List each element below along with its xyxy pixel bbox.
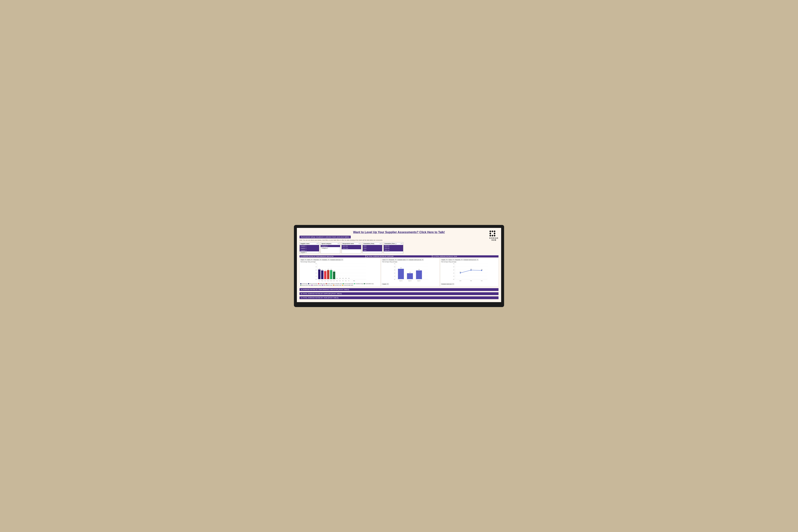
legend-fin-dot xyxy=(342,285,343,286)
pivot-header-b: B) TOTAL AVERAGE RATING BY SUPPLIER [PIV… xyxy=(300,292,498,295)
svg-text:0,0: 0,0 xyxy=(342,278,343,279)
slicer-eval-year-item-3[interactable]: 2021 xyxy=(363,249,382,251)
chart-a-filter-5[interactable]: Evaluation submit year...▼ xyxy=(330,259,343,261)
logo-dot-6 xyxy=(490,235,491,236)
svg-text:Supplier 3: Supplier 3 xyxy=(417,280,421,281)
svg-text:4,0: 4,0 xyxy=(394,266,395,267)
monitor-frame: KODIAK HUB Want to Level Up Your Supplie… xyxy=(294,225,504,307)
legend-value-label: Value additions (avg.) xyxy=(323,285,332,286)
chart-b-dropdown-arrow[interactable]: ▼ xyxy=(387,284,388,285)
slicer-respondent-item-1[interactable]: Jane doe xyxy=(342,245,361,247)
svg-text:1,0: 1,0 xyxy=(316,276,317,277)
svg-text:0,0: 0,0 xyxy=(453,279,454,280)
legend-innovation: Innovation (avg.) xyxy=(333,285,342,286)
legend-compliance: Compliance (avg.) xyxy=(354,283,363,284)
chart-c-filter-2[interactable]: Spend...▼ xyxy=(448,259,454,261)
slicer-spend-icons[interactable]: ≡ ▽ xyxy=(338,243,339,244)
kodiak-logo: KODIAK HUB xyxy=(490,230,498,241)
legend-sust-dot xyxy=(364,283,365,284)
slicer-supplier-header: Supplier name ≡ ▽ xyxy=(300,242,319,245)
chart-b-filter-4[interactable]: Evaluation submit year and...▼ xyxy=(408,259,424,261)
svg-text:5,0: 5,0 xyxy=(316,263,317,264)
slicer-supplier-name[interactable]: Supplier name ≡ ▽ Supplier 1 Supplier 2 … xyxy=(300,242,319,254)
logo-dot-empty xyxy=(492,233,493,234)
svg-text:Cert.: Cert. xyxy=(339,280,341,281)
slicer-respondent-item-2[interactable]: John Doe xyxy=(342,247,361,249)
svg-text:3,1: 3,1 xyxy=(319,268,320,269)
svg-text:3,0: 3,0 xyxy=(394,269,395,270)
svg-text:2,8: 2,8 xyxy=(322,269,323,270)
chart-b-filter-2[interactable]: Responden...▼ xyxy=(388,259,397,261)
chart-c-filter-4[interactable]: Evaluation submit year and...▼ xyxy=(463,259,478,261)
chart-b-title: Total average rating (average) xyxy=(382,261,439,262)
svg-text:Sust.: Sust. xyxy=(336,280,338,281)
chart-a-filter-1[interactable]: Suppli...▼ xyxy=(300,259,306,261)
legend-sustainability: Sustainability (avg.) xyxy=(364,283,374,284)
slicer-supplier-item-4[interactable]: Supplier 4 xyxy=(300,251,319,253)
section-header-c: C) TOTAL AVERAGE RATING BY YEAR xyxy=(432,255,498,258)
chart-b-filter-1[interactable]: Spend...▼ xyxy=(382,259,388,261)
slicer-eval-year2-item-1[interactable]: 2019-00 xyxy=(384,245,403,247)
svg-text:2019: 2019 xyxy=(459,280,461,281)
slicer-respondent-name[interactable]: Respondent name ≡ ▽ Jane doe John Doe xyxy=(342,242,361,254)
slicer-eval-year2-icons[interactable]: ≡ ▽ xyxy=(400,243,402,244)
chart-c-dropdown-arrow[interactable]: ▼ xyxy=(453,284,454,285)
page-title[interactable]: Want to Level Up Your Supplier Assessmen… xyxy=(300,230,498,234)
slicer-respondent-icons[interactable]: ≡ ▽ xyxy=(358,243,360,244)
chart-c-filter-3[interactable]: Responden...▼ xyxy=(455,259,463,261)
chart-c-filter-1[interactable]: Supplier...▼ xyxy=(441,259,448,261)
svg-text:Com.: Com. xyxy=(333,280,335,281)
slicer-eval-year2-item-2[interactable]: 2020-00 xyxy=(384,247,403,249)
svg-text:2,4: 2,4 xyxy=(334,270,335,271)
legend-value-add: Value additions (avg.) xyxy=(322,285,332,286)
slicer-eval-year-item-2[interactable]: 2020 xyxy=(363,247,382,249)
svg-text:1,0: 1,0 xyxy=(453,276,454,277)
slicer-eval-year-icons[interactable]: ≡ ▽ xyxy=(379,243,381,244)
svg-rect-19 xyxy=(324,271,326,279)
svg-rect-22 xyxy=(327,270,329,279)
svg-text:2,9: 2,9 xyxy=(327,269,329,270)
svg-text:Supplier 2: Supplier 2 xyxy=(408,280,412,281)
legend-sust-label: Sustainability (avg.) xyxy=(365,283,374,284)
chart-b-dropdown-row: Supplier... ▼ xyxy=(382,283,439,285)
legend-price-label: Price & Cost (avg.) xyxy=(309,283,318,284)
chart-b-supplier-dropdown[interactable]: Supplier... ▼ xyxy=(382,283,389,285)
svg-text:5,0: 5,0 xyxy=(453,263,454,264)
slicer-supplier-item-2[interactable]: Supplier 2 xyxy=(300,247,319,249)
chart-c-dropdown-row: Evaluation submit year... ▼ xyxy=(441,283,498,285)
slicer-supplier-icons[interactable]: ≡ ▽ xyxy=(317,243,318,244)
legend-inno-dot xyxy=(333,285,334,286)
slicer-eval-year2-header: Evaluation (Year...) ≡ ▽ xyxy=(384,242,403,245)
slicer-supplier-item-3[interactable]: Supplier 3 xyxy=(300,249,319,251)
svg-text:Price: Price xyxy=(321,280,323,281)
svg-rect-66 xyxy=(416,270,422,279)
slicer-eval-year2[interactable]: Evaluation (Year...) ≡ ▽ 2019-00 2020-00… xyxy=(384,242,403,254)
slicer-supplier-item-1[interactable]: Supplier 1 xyxy=(300,245,319,247)
chart-a-filter-3[interactable]: Responden...▼ xyxy=(313,259,322,261)
legend-payment-dot xyxy=(300,285,301,286)
slicer-spend-item-1[interactable]: Category 1 xyxy=(321,245,340,247)
chart-a-svg: 5,0 4,0 3,0 2,0 1,0 0,0 3,1 Ov. xyxy=(300,263,380,282)
legend-price-dot xyxy=(308,283,309,284)
svg-text:Total: Total xyxy=(353,280,355,281)
slicer-eval-year2-label: Evaluation (Year...) xyxy=(384,243,396,244)
slicer-eval-year-item-1[interactable]: 2019 xyxy=(363,245,382,247)
slicer-respondent-header: Respondent name ≡ ▽ xyxy=(342,242,361,245)
svg-text:3,3: 3,3 xyxy=(400,267,402,268)
chart-c-eval-dropdown[interactable]: Evaluation submit year... ▼ xyxy=(441,283,454,285)
slicer-spend-category[interactable]: Spend category ≡ ▽ Category 1 Category 2 xyxy=(321,242,340,254)
svg-point-84 xyxy=(481,270,482,271)
slicer-spend-item-2[interactable]: Category 2 xyxy=(321,247,340,249)
pivot-tables-section: A) AVERAGE RATING BY PERFORMANCE INDICAT… xyxy=(300,288,498,299)
chart-b-filter-3[interactable]: Evaluation submit...▼ xyxy=(397,259,408,261)
chart-b-filters: Spend...▼ Responden...▼ Evaluation submi… xyxy=(382,259,439,261)
slicer-supplier-label: Supplier name xyxy=(301,243,309,244)
legend-cert-dot xyxy=(311,285,312,286)
chart-b-dropdown-label: Supplier... xyxy=(383,284,387,285)
chart-panel-c: Supplier...▼ Spend...▼ Responden...▼ Eva… xyxy=(440,258,498,286)
svg-point-82 xyxy=(460,272,461,273)
slicer-eval-year2-item-3[interactable]: 2021-00 xyxy=(384,249,403,251)
chart-a-filter-2[interactable]: Spend...▼ xyxy=(307,259,313,261)
slicer-eval-year[interactable]: Evaluation (Year) ≡ ▽ 2019 2020 2021 xyxy=(363,242,382,254)
chart-a-filter-4[interactable]: Evaluation...▼ xyxy=(322,259,330,261)
